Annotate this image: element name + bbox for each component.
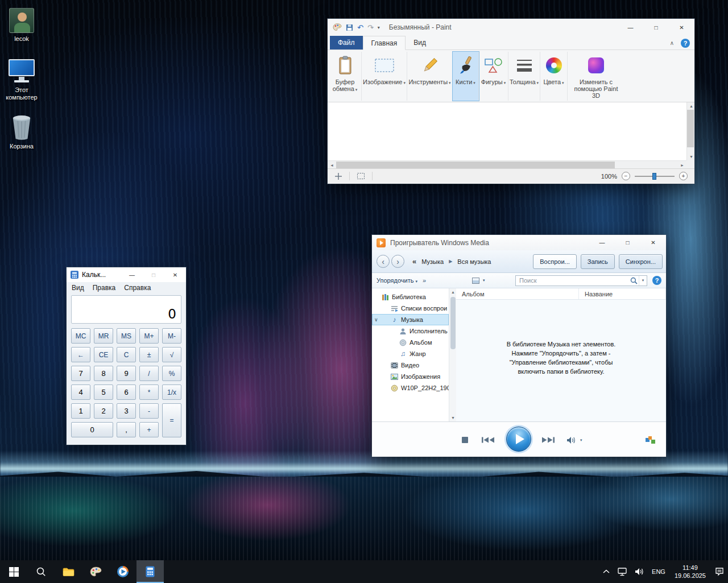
help-icon[interactable]: ? [681, 39, 690, 48]
zoom-out-icon[interactable]: − [622, 172, 630, 180]
maximize-button[interactable]: □ [643, 19, 669, 36]
view-options-button[interactable]: ▾ [472, 278, 485, 284]
scroll-up-icon[interactable]: ▲ [451, 290, 455, 294]
action-center-button[interactable] [711, 560, 728, 583]
key-mc[interactable]: MC [71, 328, 90, 344]
key-backspace[interactable]: ← [71, 347, 90, 362]
expander-icon[interactable]: ∨ [374, 317, 378, 322]
search-dropdown-icon[interactable]: ▾ [639, 276, 647, 286]
key-plus[interactable]: + [139, 422, 159, 437]
start-button[interactable] [0, 560, 27, 583]
save-icon[interactable] [346, 24, 353, 31]
minimize-button[interactable]: — [618, 19, 643, 36]
menu-view[interactable]: Вид [72, 284, 84, 292]
clock[interactable]: 11:49 19.06.2025 [669, 560, 711, 583]
minimize-button[interactable]: — [589, 235, 615, 250]
key-mr[interactable]: MR [94, 328, 113, 344]
minimize-button[interactable]: — [121, 267, 143, 282]
key-percent[interactable]: % [162, 366, 181, 381]
key-sqrt[interactable]: √ [162, 347, 181, 362]
key-6[interactable]: 6 [117, 384, 136, 400]
key-mplus[interactable]: M+ [139, 328, 159, 344]
scrollbar-thumb[interactable] [687, 110, 694, 147]
ribbon-group-image[interactable]: Изображение▾ [362, 52, 407, 101]
column-title[interactable]: Название [579, 288, 666, 299]
key-9[interactable]: 9 [117, 366, 136, 381]
switch-to-now-playing-icon[interactable] [645, 436, 656, 444]
desktop-icon-user[interactable]: lecok [0, 7, 43, 43]
key-decimal[interactable]: , [117, 422, 136, 437]
ribbon-group-shapes[interactable]: Фигуры▾ [479, 52, 508, 101]
key-reciprocal[interactable]: 1/x [162, 384, 181, 400]
scroll-up-icon[interactable]: ▲ [689, 104, 693, 108]
key-2[interactable]: 2 [94, 403, 113, 419]
network-tray-button[interactable] [614, 560, 631, 583]
close-button[interactable]: ✕ [640, 235, 666, 250]
tree-item-library[interactable]: Библиотека [372, 291, 449, 303]
key-3[interactable]: 3 [117, 403, 136, 419]
close-button[interactable]: ✕ [164, 267, 186, 282]
scrollbar-thumb[interactable] [336, 162, 615, 168]
maximize-button[interactable]: □ [615, 235, 640, 250]
key-ce[interactable]: CE [94, 347, 113, 362]
key-0[interactable]: 0 [71, 422, 113, 437]
redo-icon[interactable]: ↷ [367, 24, 374, 31]
taskbar-calculator-button[interactable] [136, 560, 164, 583]
tray-overflow-button[interactable] [599, 560, 614, 583]
key-8[interactable]: 8 [94, 366, 113, 381]
paint-tab-file[interactable]: Файл [330, 36, 363, 49]
next-button[interactable] [540, 436, 555, 444]
tree-item-playlists[interactable]: Списки воспрои [372, 303, 449, 314]
organize-button[interactable]: Упорядочить▾ [377, 277, 417, 284]
forward-button[interactable]: › [391, 255, 404, 268]
paint-tab-view[interactable]: Вид [406, 36, 434, 49]
language-indicator[interactable]: ENG [648, 560, 669, 583]
key-1[interactable]: 1 [71, 403, 90, 419]
ribbon-group-clipboard[interactable]: Буфер обмена▾ [329, 52, 362, 101]
taskbar-paint-button[interactable] [82, 560, 109, 583]
zoom-slider-thumb[interactable] [652, 173, 656, 180]
search-input[interactable] [516, 277, 628, 284]
tree-item-genre[interactable]: ♫ Жанр [372, 348, 449, 359]
tab-play[interactable]: Воспрои... [533, 254, 576, 269]
tree-item-artist[interactable]: Исполнитель [372, 325, 449, 337]
paint-tab-home[interactable]: Главная [363, 36, 406, 50]
breadcrumb-view[interactable]: Вся музыка [457, 258, 491, 265]
calculator-titlebar[interactable]: Кальк... — □ ✕ [67, 267, 186, 282]
key-negate[interactable]: ± [139, 347, 159, 362]
toolbar-overflow-icon[interactable]: » [423, 277, 426, 284]
key-c[interactable]: C [117, 347, 136, 362]
menu-edit[interactable]: Правка [93, 284, 116, 292]
ribbon-group-brushes[interactable]: Кисти▾ [453, 52, 479, 101]
tree-item-album[interactable]: Альбом [372, 337, 449, 348]
paint-titlebar[interactable]: ↶ ↷ ▾ Безымянный - Paint — □ ✕ [328, 19, 694, 36]
previous-button[interactable] [481, 436, 496, 444]
tab-sync[interactable]: Синхрон... [619, 254, 663, 269]
taskbar-search-button[interactable] [27, 560, 55, 583]
desktop-icon-recycle-bin[interactable]: Корзина [0, 114, 43, 150]
key-equals[interactable]: = [162, 403, 181, 437]
scroll-down-icon[interactable]: ▼ [451, 416, 455, 420]
stop-button[interactable] [462, 437, 468, 443]
taskbar-explorer-button[interactable] [55, 560, 82, 583]
column-album[interactable]: Альбом [456, 288, 579, 299]
tree-scrollbar[interactable]: ▲ ▼ [449, 288, 456, 421]
zoom-slider[interactable] [635, 176, 675, 177]
desktop-icon-this-pc[interactable]: Этот компьютер [0, 58, 43, 101]
volume-dropdown-icon[interactable]: ▾ [580, 438, 582, 443]
scroll-down-icon[interactable]: ▼ [689, 155, 693, 159]
tree-item-pictures[interactable]: Изображения [372, 371, 449, 382]
ribbon-group-thickness[interactable]: Толщина▾ [508, 52, 540, 101]
taskbar-wmp-button[interactable] [109, 560, 136, 583]
tree-item-disc[interactable]: W10P_22H2_1904 [372, 382, 449, 394]
key-7[interactable]: 7 [71, 366, 90, 381]
undo-icon[interactable]: ↶ [357, 24, 363, 31]
maximize-button[interactable]: □ [143, 267, 164, 282]
ribbon-group-paint3d[interactable]: Изменить с помощью Paint 3D [568, 52, 624, 101]
back-button[interactable]: ‹ [377, 255, 390, 268]
close-button[interactable]: ✕ [669, 19, 694, 36]
key-multiply[interactable]: * [139, 384, 159, 400]
wmp-titlebar[interactable]: Проигрыватель Windows Media — □ ✕ [372, 235, 666, 250]
horizontal-scrollbar[interactable]: ◄ ► [328, 160, 686, 168]
breadcrumb-collapse-icon[interactable]: « [412, 257, 416, 266]
